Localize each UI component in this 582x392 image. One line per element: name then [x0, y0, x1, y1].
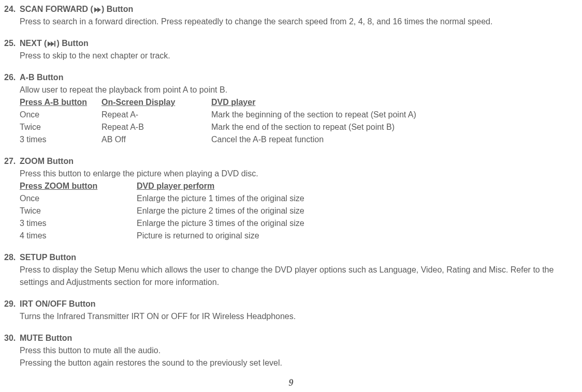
table-header-row: Press A-B button On-Screen Display DVD p…: [20, 96, 578, 109]
item-body: Press this button to mute all the audio.…: [4, 344, 578, 369]
item-number: 29.: [4, 298, 20, 310]
table-cell: Enlarge the picture 1 times of the origi…: [137, 192, 578, 205]
table-cell: Once: [20, 192, 137, 205]
item-body: Allow user to repeat the playback from p…: [4, 84, 578, 146]
page-number: 9: [0, 376, 582, 390]
table-cell: Enlarge the picture 2 times of the origi…: [137, 205, 578, 217]
manual-item: 24. SCAN FORWARD ( ) Button Press to sea…: [4, 3, 578, 28]
next-icon: [48, 37, 55, 50]
table-header: Press A-B button: [20, 96, 101, 109]
table-cell: 4 times: [20, 230, 137, 242]
item-description: Press to skip to the next chapter or tra…: [4, 50, 578, 62]
title-pre: SCAN FORWARD (: [20, 3, 93, 16]
table-header: DVD player perform: [137, 180, 578, 192]
item-description: Turns the Infrared Transmitter IRT ON or…: [4, 310, 578, 323]
table-cell: 3 times: [20, 217, 137, 230]
manual-item: 27. ZOOM Button Press this button to enl…: [4, 155, 578, 242]
item-header: 30. MUTE Button: [4, 332, 578, 344]
table-header: DVD player: [211, 96, 578, 109]
item-header: 26. A-B Button: [4, 71, 578, 84]
table-row: 4 times Picture is returned to original …: [20, 230, 578, 242]
manual-item: 26. A-B Button Allow user to repeat the …: [4, 71, 578, 146]
item-header: 28. SETUP Button: [4, 251, 578, 264]
item-number: 25.: [4, 37, 20, 50]
table-header-row: Press ZOOM button DVD player perform: [20, 180, 578, 192]
item-title: MUTE Button: [20, 332, 72, 344]
table-cell: Mark the end of the section to repeat (S…: [211, 121, 578, 133]
table-cell: AB Off: [101, 133, 211, 146]
item-body: Press this button to enlarge the picture…: [4, 168, 578, 242]
table-row: 3 times AB Off Cancel the A-B repeat fun…: [20, 133, 578, 146]
table-row: Once Repeat A- Mark the beginning of the…: [20, 109, 578, 121]
table-cell: Repeat A-: [101, 109, 211, 121]
table-row: 3 times Enlarge the picture 3 times of t…: [20, 217, 578, 230]
title-pre: NEXT (: [20, 37, 47, 50]
table-cell: Mark the beginning of the section to rep…: [211, 109, 578, 121]
table-cell: 3 times: [20, 133, 101, 146]
item-title: NEXT ( ) Button: [20, 37, 89, 50]
manual-item: 25. NEXT ( ) Button Press to skip to the…: [4, 37, 578, 62]
item-title: SETUP Button: [20, 251, 76, 264]
table-cell: Once: [20, 109, 101, 121]
item-description: Press to search in a forward direction. …: [4, 16, 578, 28]
table-cell: Repeat A-B: [101, 121, 211, 133]
table-row: Twice Repeat A-B Mark the end of the sec…: [20, 121, 578, 133]
item-description-line: Press this button to mute all the audio.: [20, 344, 578, 357]
item-header: 25. NEXT ( ) Button: [4, 37, 578, 50]
item-description: Press to display the Setup Menu which al…: [4, 264, 578, 289]
item-number: 30.: [4, 332, 20, 344]
table-cell: Twice: [20, 205, 137, 217]
manual-item: 29. IRT ON/OFF Button Turns the Infrared…: [4, 298, 578, 323]
table-cell: Picture is returned to original size: [137, 230, 578, 242]
table-header: Press ZOOM button: [20, 180, 137, 192]
item-number: 27.: [4, 155, 20, 168]
item-number: 26.: [4, 71, 20, 84]
scan-forward-icon: [94, 3, 100, 16]
manual-item: 28. SETUP Button Press to display the Se…: [4, 251, 578, 289]
item-description: Press this button to enlarge the picture…: [20, 168, 578, 180]
item-title: ZOOM Button: [20, 155, 74, 168]
manual-item: 30. MUTE Button Press this button to mut…: [4, 332, 578, 369]
title-post: ) Button: [101, 3, 133, 16]
item-description: Allow user to repeat the playback from p…: [20, 84, 578, 96]
table-row: Once Enlarge the picture 1 times of the …: [20, 192, 578, 205]
table-cell: Twice: [20, 121, 101, 133]
title-post: ) Button: [56, 37, 88, 50]
item-title: IRT ON/OFF Button: [20, 298, 96, 310]
item-number: 28.: [4, 251, 20, 264]
table-cell: Enlarge the picture 3 times of the origi…: [137, 217, 578, 230]
item-title: SCAN FORWARD ( ) Button: [20, 3, 133, 16]
item-description-line: Pressing the button again restores the s…: [20, 357, 578, 369]
table-header: On-Screen Display: [101, 96, 211, 109]
table-row: Twice Enlarge the picture 2 times of the…: [20, 205, 578, 217]
item-title: A-B Button: [20, 71, 63, 84]
table-cell: Cancel the A-B repeat function: [211, 133, 578, 146]
item-header: 24. SCAN FORWARD ( ) Button: [4, 3, 578, 16]
item-number: 24.: [4, 3, 20, 16]
item-header: 29. IRT ON/OFF Button: [4, 298, 578, 310]
item-header: 27. ZOOM Button: [4, 155, 578, 168]
